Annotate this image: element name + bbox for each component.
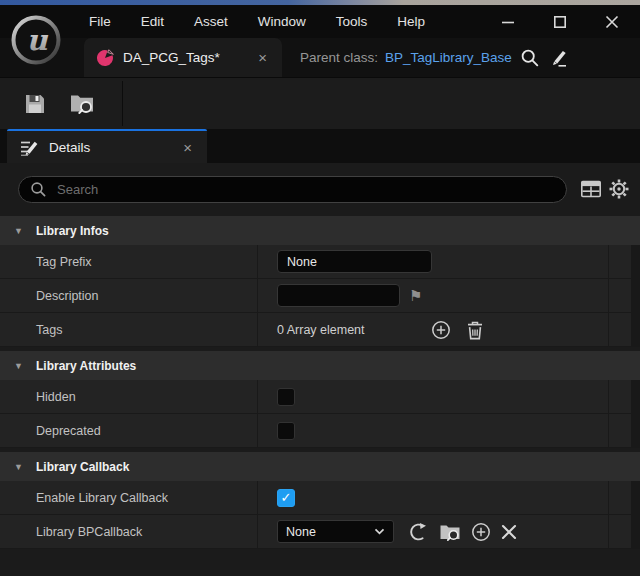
- minimize-button[interactable]: [482, 5, 534, 38]
- row-library-bpcallback: Library BPCallback None: [0, 515, 640, 549]
- unreal-logo-icon: u: [10, 14, 62, 66]
- menu-help[interactable]: Help: [382, 14, 440, 29]
- menu-file[interactable]: File: [74, 14, 126, 29]
- section-library-infos: ▼ Library Infos Tag Prefix None Descript…: [0, 216, 640, 347]
- section-header-library-infos[interactable]: ▼ Library Infos: [0, 216, 640, 245]
- search-input[interactable]: [55, 181, 555, 198]
- enable-library-callback-checkbox[interactable]: ✓: [277, 489, 295, 507]
- use-selected-asset-icon[interactable]: [408, 522, 429, 542]
- scrollbar-gutter: [631, 279, 640, 312]
- property-sections: ▼ Library Infos Tag Prefix None Descript…: [0, 215, 640, 549]
- scrollbar-gutter: [631, 481, 640, 514]
- expand-arrow-icon[interactable]: ▼: [14, 226, 27, 236]
- checkmark: ✓: [281, 491, 292, 504]
- close-window-button[interactable]: [586, 5, 638, 38]
- property-label: Library BPCallback: [36, 525, 142, 539]
- array-element-count: 0 Array element: [277, 323, 365, 337]
- details-tab-title: Details: [49, 140, 90, 155]
- parent-class-area: Parent class: BP_TagLibrary_Base: [300, 38, 568, 77]
- asset-toolbar: [0, 77, 640, 129]
- scrollbar-gutter: [631, 380, 640, 413]
- expand-arrow-icon[interactable]: ▼: [14, 462, 27, 472]
- property-label: Hidden: [36, 390, 76, 404]
- menu-bar: File Edit Asset Window Tools Help: [74, 5, 440, 38]
- tag-prefix-value: None: [287, 255, 317, 269]
- display-filter-grid-icon[interactable]: [580, 179, 602, 199]
- dropdown-value: None: [286, 525, 316, 539]
- add-plus-circle-icon[interactable]: [471, 522, 491, 542]
- row-hidden: Hidden: [0, 380, 640, 414]
- section-title: Library Attributes: [36, 359, 136, 373]
- details-edit-icon: [19, 137, 39, 157]
- scrollbar-gutter: [631, 245, 640, 278]
- deprecated-checkbox[interactable]: [277, 422, 295, 440]
- details-search-bar[interactable]: [18, 176, 567, 203]
- description-field[interactable]: [277, 284, 400, 307]
- library-bpcallback-dropdown[interactable]: None: [277, 520, 394, 543]
- property-label: Tags: [36, 323, 62, 337]
- doc-tab-close-icon[interactable]: ×: [255, 48, 270, 67]
- doc-tab-title: DA_PCG_Tags*: [123, 50, 220, 65]
- edit-parent-class-pencil-icon[interactable]: [548, 48, 568, 68]
- row-description: Description ⚑: [0, 279, 640, 313]
- clear-x-icon[interactable]: [500, 523, 518, 541]
- menu-edit[interactable]: Edit: [126, 14, 179, 29]
- details-tab-strip: Details ×: [0, 129, 640, 163]
- parent-class-link[interactable]: BP_TagLibrary_Base: [385, 50, 512, 65]
- property-label: Description: [36, 289, 99, 303]
- settings-gear-icon[interactable]: [608, 178, 630, 200]
- section-library-callback: ▼ Library Callback Enable Library Callba…: [0, 452, 640, 549]
- svg-text:u: u: [26, 23, 48, 57]
- menu-window[interactable]: Window: [243, 14, 321, 29]
- chevron-down-icon: [374, 528, 385, 535]
- maximize-button[interactable]: [534, 5, 586, 38]
- details-panel: ▼ Library Infos Tag Prefix None Descript…: [0, 163, 640, 576]
- toolbar-separator: [122, 81, 123, 126]
- browse-to-asset-button[interactable]: [68, 90, 96, 117]
- bookmark-flag-icon[interactable]: ⚑: [409, 288, 422, 303]
- expand-arrow-icon[interactable]: ▼: [14, 361, 27, 371]
- scrollbar-gutter: [631, 313, 640, 346]
- unreal-asset-editor-window: u File Edit Asset Window Tools Help: [0, 0, 640, 576]
- section-header-library-callback[interactable]: ▼ Library Callback: [0, 452, 640, 481]
- row-tags: Tags 0 Array element: [0, 313, 640, 347]
- menu-tools[interactable]: Tools: [321, 14, 383, 29]
- hidden-checkbox[interactable]: [277, 388, 295, 406]
- property-label: Tag Prefix: [36, 255, 92, 269]
- section-header-library-attributes[interactable]: ▼ Library Attributes: [0, 351, 640, 380]
- row-tag-prefix: Tag Prefix None: [0, 245, 640, 279]
- menu-asset[interactable]: Asset: [179, 14, 243, 29]
- property-label: Enable Library Callback: [36, 491, 168, 505]
- row-enable-library-callback: Enable Library Callback ✓: [0, 481, 640, 515]
- data-asset-pie-icon: [96, 49, 114, 67]
- tab-da-pcg-tags[interactable]: DA_PCG_Tags* ×: [84, 38, 282, 77]
- find-parent-class-search-icon[interactable]: [520, 48, 540, 68]
- search-icon: [30, 181, 47, 198]
- empty-array-trash-icon[interactable]: [466, 320, 484, 340]
- details-tab-close-icon[interactable]: ×: [180, 138, 195, 157]
- window-controls: [482, 5, 638, 38]
- save-button[interactable]: [22, 91, 48, 117]
- scrollbar-gutter: [631, 515, 640, 548]
- tab-details[interactable]: Details ×: [7, 129, 207, 163]
- section-library-attributes: ▼ Library Attributes Hidden Deprecated: [0, 351, 640, 448]
- property-label: Deprecated: [36, 424, 101, 438]
- titlebar[interactable]: u File Edit Asset Window Tools Help: [0, 5, 640, 38]
- tag-prefix-field[interactable]: None: [277, 250, 432, 273]
- add-array-element-icon[interactable]: [431, 320, 451, 340]
- section-title: Library Callback: [36, 460, 129, 474]
- document-tab-row: DA_PCG_Tags* × Parent class: BP_TagLibra…: [0, 38, 640, 77]
- parent-class-label: Parent class:: [300, 50, 378, 65]
- scrollbar-gutter: [631, 414, 640, 447]
- row-deprecated: Deprecated: [0, 414, 640, 448]
- browse-to-asset-icon[interactable]: [438, 521, 462, 543]
- section-title: Library Infos: [36, 224, 109, 238]
